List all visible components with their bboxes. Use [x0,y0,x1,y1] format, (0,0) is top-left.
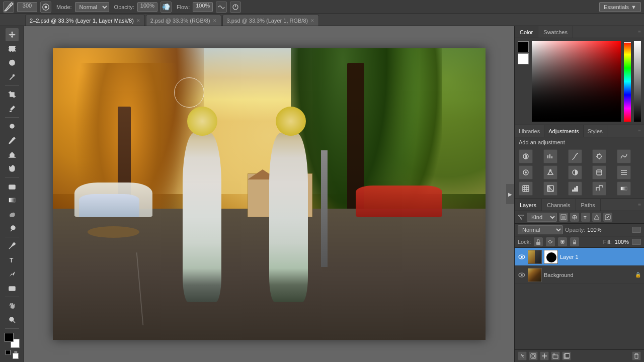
layer-row-layer1[interactable]: Layer 1 [515,248,644,266]
clone-stamp-tool[interactable] [6,148,19,161]
tab-paths[interactable]: Paths [576,199,601,211]
eraser-tool[interactable] [6,179,19,193]
brush-size-input[interactable]: 300 [17,2,37,12]
tab-color[interactable]: Color [515,26,538,38]
filter-shape-btn[interactable] [592,213,601,222]
layer-row-background[interactable]: Background 🔒 [515,266,644,284]
gradient-tool[interactable] [6,194,19,207]
hand-tool[interactable] [6,299,19,312]
svg-rect-8 [9,198,15,202]
fill-value[interactable]: 100% [615,239,629,245]
tab-2[interactable]: 2.psd @ 33.3% (RGB/8) ✕ [146,15,221,26]
marquee-rect-tool[interactable] [6,42,19,55]
layers-kind-select[interactable]: Kind Name Effect [527,213,557,222]
magic-wand-tool[interactable] [6,70,19,83]
layer-new-btn[interactable] [562,351,571,360]
levels-btn[interactable] [543,149,557,163]
tab-layers[interactable]: Layers [515,199,542,211]
eyedropper-tool[interactable] [6,102,19,115]
foreground-color-swatch[interactable] [5,333,14,342]
filter-smart-btn[interactable] [603,213,612,222]
layer-adj-btn[interactable] [540,351,549,360]
adj-panel-collapse[interactable]: ≡ [635,128,644,134]
filter-adjust-btn[interactable] [570,213,579,222]
flow-jitter-icon[interactable] [216,2,227,13]
lock-transparent-btn[interactable] [534,237,543,246]
layer-group-btn[interactable] [551,351,560,360]
opacity-input[interactable]: 100% [137,2,157,12]
color-balance-btn[interactable] [543,165,557,179]
hue-saturation-btn[interactable] [519,165,533,179]
background-color-picker[interactable] [518,53,529,64]
invert-btn[interactable] [543,182,557,196]
gradient-map-btn[interactable] [617,182,631,196]
fill-stepper[interactable] [632,239,641,245]
swap-colors-icon[interactable] [6,350,11,355]
curves-btn[interactable] [568,149,582,163]
tab-1-close[interactable]: ✕ [136,18,140,23]
tab-libraries[interactable]: Libraries [515,125,544,137]
lock-position-btn[interactable] [558,237,567,246]
color-panel-collapse[interactable]: ≡ [635,29,644,35]
layer1-visibility[interactable] [518,253,526,261]
flow-input[interactable]: 100% [193,2,213,12]
posterize-btn[interactable] [568,182,582,196]
brush-options-icon[interactable] [40,2,51,13]
layer1-mask-thumb[interactable] [544,250,558,264]
tab-1[interactable]: 2–2.psd @ 33.3% (Layer 1, Layer Mask/8) … [25,15,145,26]
brightness-slider[interactable] [634,41,641,122]
tab-adjustments[interactable]: Adjustments [544,125,584,137]
shape-tool[interactable] [6,282,19,295]
quick-mask-icon[interactable]: ⇆ [14,350,18,354]
brush-tool[interactable] [6,134,19,147]
layers-panel-collapse[interactable]: ≡ [635,202,644,208]
filter-type-btn[interactable]: T [581,213,590,222]
move-tool[interactable] [6,28,19,41]
channel-mixer-btn[interactable] [617,165,631,179]
background-visibility[interactable] [518,271,526,279]
lock-image-btn[interactable] [546,237,555,246]
color-saturation-box[interactable] [532,41,621,122]
fg-bg-color-swatches[interactable] [5,333,20,348]
spot-heal-tool[interactable] [6,120,19,133]
color-lookup-btn[interactable] [519,182,533,196]
layer-mask-btn[interactable] [529,351,538,360]
lock-all-btn[interactable] [570,237,579,246]
history-brush-tool[interactable] [6,162,19,175]
opacity-stepper[interactable] [632,227,641,233]
tab-3[interactable]: 3.psd @ 33.3% (Layer 1, RGB/8) ✕ [222,15,319,26]
blur-tool[interactable] [6,208,19,221]
foreground-color-picker[interactable] [518,41,529,52]
tab-swatches[interactable]: Swatches [538,26,573,38]
essentials-button[interactable]: Essentials ▼ [599,2,641,12]
opacity-value[interactable]: 100% [587,227,601,233]
zoom-tool[interactable] [6,313,19,326]
hue-slider[interactable] [624,41,631,122]
photo-filter-btn[interactable] [592,165,606,179]
layer-fx-btn[interactable]: fx [518,351,527,360]
black-white-btn[interactable] [568,165,582,179]
tab-3-close[interactable]: ✕ [310,18,314,23]
blend-mode-select[interactable]: Normal Multiply Screen Overlay [518,225,563,234]
filter-pixel-btn[interactable] [559,213,568,222]
mode-select[interactable]: Normal Multiply Screen Overlay [75,2,109,12]
layer-delete-btn[interactable] [632,351,641,360]
brightness-contrast-btn[interactable] [519,149,533,163]
canvas-nav-arrow[interactable]: ▶ [506,184,514,204]
path-select-tool[interactable] [6,267,19,281]
brush-tool-icon[interactable] [3,2,14,13]
threshold-btn[interactable] [592,182,606,196]
canvas-area[interactable]: ▶ [24,26,514,362]
tab-styles[interactable]: Styles [584,125,607,137]
type-tool[interactable]: T [6,253,19,266]
vibrance-btn[interactable] [617,149,631,163]
exposure-btn[interactable] [592,149,606,163]
angle-icon[interactable] [230,2,241,13]
tab-channels[interactable]: Channels [542,199,576,211]
airbrush-icon[interactable]: 💨 [160,2,172,13]
pen-tool[interactable] [6,239,19,252]
tab-2-close[interactable]: ✕ [213,18,217,23]
dodge-tool[interactable] [6,222,19,235]
crop-tool[interactable] [6,88,19,101]
lasso-tool[interactable] [6,56,19,69]
